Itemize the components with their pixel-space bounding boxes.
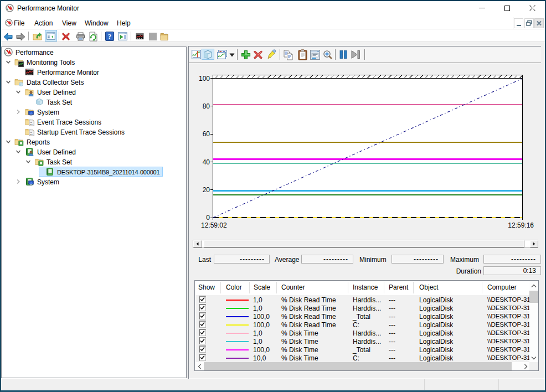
svg-text:?: ?	[108, 32, 112, 40]
